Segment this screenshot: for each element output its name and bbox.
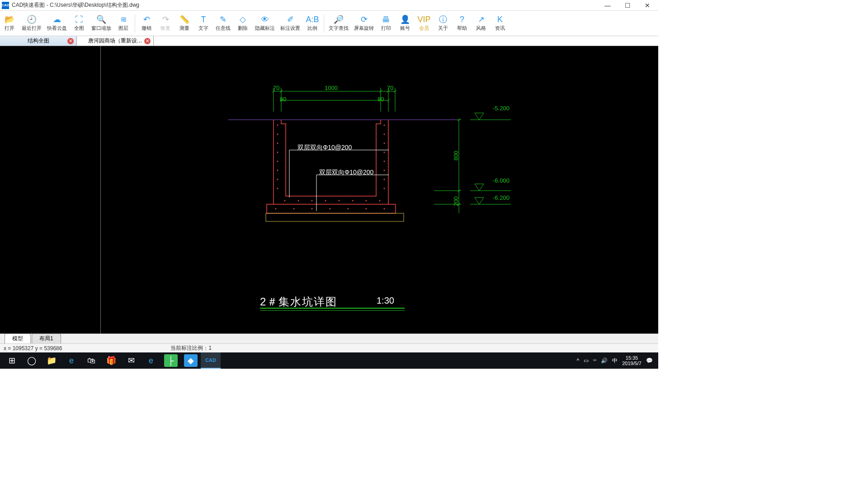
statusbar: x = 1095327 y = 539686 当前标注比例：1: [0, 343, 658, 352]
window-title: CAD快速看图 - C:\Users\华硕\Desktop\结构全图.dwg: [12, 1, 603, 9]
app-blue-icon[interactable]: ◆: [184, 354, 198, 367]
svg-point-33: [298, 200, 299, 202]
scale-icon: A:B: [307, 15, 318, 24]
dim-70-right: 70: [387, 84, 393, 91]
svg-point-19: [277, 152, 278, 153]
mail-icon[interactable]: ✉: [121, 352, 141, 369]
tool-label: 恢复: [160, 25, 170, 32]
tool-style[interactable]: ↗风格: [472, 13, 491, 33]
tool-measure[interactable]: 📏测量: [175, 13, 194, 33]
style-icon: ↗: [476, 15, 486, 24]
volume-icon[interactable]: 🔊: [601, 357, 608, 364]
tool-label: 风格: [476, 25, 486, 32]
layout-tab-1[interactable]: 布局1: [32, 333, 61, 343]
cad-app-taskbar[interactable]: CAD: [201, 352, 221, 369]
ime-indicator[interactable]: 中: [612, 357, 618, 365]
tool-info[interactable]: K资讯: [491, 13, 509, 33]
open-icon: 📂: [4, 15, 15, 24]
close-button[interactable]: ✕: [643, 1, 652, 10]
tool-fullview[interactable]: ⛶全图: [70, 13, 89, 33]
svg-point-29: [384, 170, 385, 171]
titlebar: CAD CAD快速看图 - C:\Users\华硕\Desktop\结构全图.d…: [0, 0, 658, 11]
tool-recent[interactable]: 🕘最近打开: [19, 13, 44, 33]
tool-label: 屏幕旋转: [354, 25, 374, 32]
tool-redo[interactable]: ↷恢复: [156, 13, 175, 33]
tool-findtext[interactable]: 🔎文字查找: [326, 13, 351, 33]
svg-point-30: [384, 179, 385, 180]
close-tab-icon[interactable]: ✕: [144, 38, 151, 44]
file-tab-0[interactable]: 结构全图✕: [0, 36, 77, 46]
system-tray[interactable]: ^ ▭ ⌔ 🔊 中 15:35 2019/5/7 💬: [577, 355, 656, 366]
tool-cloud[interactable]: ☁快看云盘: [44, 13, 70, 33]
app-green-icon[interactable]: ├: [164, 354, 178, 367]
svg-point-25: [384, 134, 385, 135]
redo-icon: ↷: [160, 15, 171, 24]
notification-icon[interactable]: 💬: [646, 357, 653, 364]
windows-taskbar: ⊞ ◯ 📁 e 🛍 🎁 ✉ e ├ ◆ CAD ^ ▭ ⌔ 🔊 中 15:35 …: [0, 352, 658, 369]
close-tab-icon[interactable]: ✕: [67, 38, 74, 44]
elev-6000: -6.000: [493, 177, 509, 184]
battery-icon[interactable]: ▭: [584, 357, 589, 364]
elev-6200: -6.200: [493, 194, 509, 201]
rebar-note-1: 双层双向Φ10@200: [297, 144, 352, 152]
fullview-icon: ⛶: [74, 15, 85, 24]
tray-chevron-icon[interactable]: ^: [577, 357, 580, 364]
tool-label: 关于: [438, 25, 448, 32]
toolbar: 📂打开🕘最近打开☁快看云盘⛶全图🔍窗口缩放≋图层↶撤销↷恢复📏测量T文字✎任意线…: [0, 11, 658, 36]
tool-undo[interactable]: ↶撤销: [137, 13, 156, 33]
tool-rotate[interactable]: ⟳屏幕旋转: [351, 13, 377, 33]
tool-line[interactable]: ✎任意线: [213, 13, 233, 33]
tool-label: 打印: [381, 25, 391, 32]
tool-text[interactable]: T文字: [194, 13, 213, 33]
info-icon: K: [495, 15, 505, 24]
svg-point-17: [277, 134, 278, 135]
drawing-scale: 1:30: [377, 296, 394, 306]
gift-icon[interactable]: 🎁: [101, 352, 121, 369]
tool-label: 窗口缩放: [91, 25, 111, 32]
clock[interactable]: 15:35 2019/5/7: [622, 355, 642, 366]
recent-icon: 🕘: [26, 15, 37, 24]
tool-scale[interactable]: A:B比例: [303, 13, 322, 33]
tool-about[interactable]: ⓘ关于: [434, 13, 453, 33]
svg-point-39: [379, 200, 381, 202]
tool-delete[interactable]: ◇删除: [233, 13, 252, 33]
dim-1000: 1000: [325, 84, 338, 91]
tool-label: 比例: [307, 25, 317, 32]
tool-markset[interactable]: ✐标注设置: [278, 13, 303, 33]
tool-vip[interactable]: VIP会员: [415, 13, 434, 33]
vip-icon: VIP: [419, 15, 429, 24]
tool-layer[interactable]: ≋图层: [114, 13, 133, 33]
minimize-button[interactable]: —: [603, 1, 612, 10]
svg-point-27: [384, 152, 385, 153]
file-tab-label: 结构全图: [28, 37, 49, 45]
cortana-icon[interactable]: ◯: [22, 352, 42, 369]
tool-print[interactable]: 🖶打印: [377, 13, 396, 33]
dim-80-left: 80: [280, 96, 286, 103]
file-explorer-icon[interactable]: 📁: [42, 352, 61, 369]
layout-tab-0[interactable]: 模型: [5, 333, 31, 343]
store-icon[interactable]: 🛍: [81, 352, 101, 369]
start-button[interactable]: ⊞: [2, 352, 22, 369]
file-tab-1[interactable]: 唐河园商场（重新设…✕: [77, 36, 154, 46]
tool-help[interactable]: ?帮助: [453, 13, 472, 33]
svg-point-23: [277, 188, 278, 189]
svg-point-38: [366, 200, 367, 202]
tool-zoomwin[interactable]: 🔍窗口缩放: [89, 13, 114, 33]
svg-point-36: [339, 200, 340, 202]
edge-icon[interactable]: e: [61, 352, 81, 369]
maximize-button[interactable]: ☐: [623, 1, 632, 10]
tool-label: 测量: [179, 25, 189, 32]
hidemark-icon: 👁: [259, 15, 270, 24]
tool-open[interactable]: 📂打开: [0, 13, 19, 33]
tool-account[interactable]: 👤账号: [396, 13, 415, 33]
ie-icon[interactable]: e: [141, 352, 161, 369]
tool-label: 隐藏标注: [255, 25, 275, 32]
app-icon: CAD: [2, 2, 9, 9]
measure-icon: 📏: [179, 15, 190, 24]
line-icon: ✎: [218, 15, 229, 24]
svg-point-41: [293, 208, 295, 210]
tool-hidemark[interactable]: 👁隐藏标注: [252, 13, 278, 33]
svg-point-37: [352, 200, 354, 202]
wifi-icon[interactable]: ⌔: [593, 357, 596, 364]
drawing-canvas[interactable]: 70 1000 70 80 80 双层双向Φ10@200 双层双向Φ10@200…: [0, 46, 658, 333]
